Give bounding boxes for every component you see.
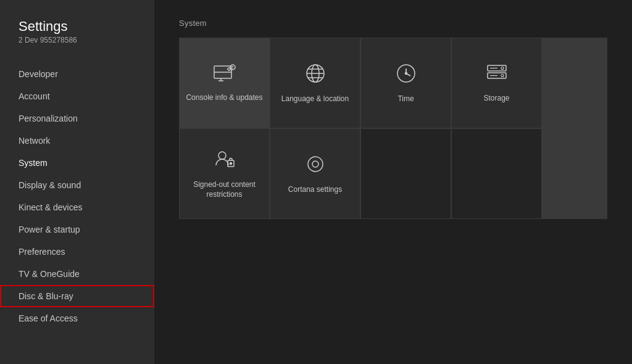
sidebar-item-system[interactable]: System	[0, 152, 154, 174]
svg-point-20	[501, 74, 504, 77]
cortana-icon	[304, 153, 326, 178]
sidebar-item-network[interactable]: Network	[0, 130, 154, 152]
tile-time[interactable]: Time	[361, 38, 451, 128]
section-label: System	[179, 19, 607, 28]
sidebar-item-developer[interactable]: Developer	[0, 63, 154, 85]
tile-cortana-settings[interactable]: Cortana settings	[270, 129, 360, 218]
tile-label-cortana-settings: Cortana settings	[288, 185, 342, 195]
tile-empty-0	[361, 129, 451, 218]
sidebar-item-account[interactable]: Account	[0, 85, 154, 107]
tile-label-console-info: Console info & updates	[186, 93, 262, 103]
sidebar-item-kinect-devices[interactable]: Kinect & devices	[0, 196, 154, 218]
svg-point-23	[218, 152, 226, 159]
sidebar-item-display-sound[interactable]: Display & sound	[0, 174, 154, 196]
tile-label-storage: Storage	[483, 94, 509, 104]
sidebar-subtitle: 2 Dev 955278586	[19, 36, 136, 44]
sidebar-title: Settings	[19, 19, 136, 35]
sidebar-item-tv-oneguide[interactable]: TV & OneGuide	[0, 263, 154, 285]
svg-point-25	[230, 162, 231, 164]
tile-console-info[interactable]: Console info & updates	[180, 38, 269, 128]
sidebar-item-power-startup[interactable]: Power & startup	[0, 218, 154, 241]
clock-icon	[395, 62, 417, 87]
tile-label-time: Time	[397, 94, 414, 104]
sidebar-item-ease-of-access[interactable]: Ease of Access	[0, 307, 154, 329]
sidebar-header: Settings 2 Dev 955278586	[0, 19, 154, 63]
tile-empty-1	[452, 129, 541, 218]
svg-point-19	[501, 67, 504, 69]
sidebar-nav: DeveloperAccountPersonalizationNetworkSy…	[0, 63, 154, 329]
tile-language-location[interactable]: Language & location	[270, 38, 360, 128]
sidebar-item-disc-bluray[interactable]: Disc & Blu-ray	[0, 285, 154, 307]
storage-icon	[485, 63, 509, 86]
svg-point-27	[312, 161, 318, 167]
sidebar: Settings 2 Dev 955278586 DeveloperAccoun…	[0, 0, 154, 364]
sidebar-item-preferences[interactable]: Preferences	[0, 241, 154, 263]
tile-signed-out-content[interactable]: Signed-out content restrictions	[180, 129, 269, 218]
tiles-grid: Console info & updates Language & locati…	[179, 38, 607, 219]
svg-point-2	[228, 68, 230, 70]
restrictions-icon	[213, 148, 236, 173]
globe-icon	[304, 62, 326, 87]
tile-label-signed-out-content: Signed-out content restrictions	[186, 180, 263, 199]
tile-label-language-location: Language & location	[281, 94, 349, 104]
console-info-icon	[212, 64, 237, 86]
tile-storage[interactable]: Storage	[452, 38, 541, 128]
svg-point-26	[308, 157, 323, 172]
sidebar-item-personalization[interactable]: Personalization	[0, 107, 154, 130]
main-content: System Console info & updates Language &…	[154, 0, 632, 364]
svg-point-16	[405, 72, 407, 74]
